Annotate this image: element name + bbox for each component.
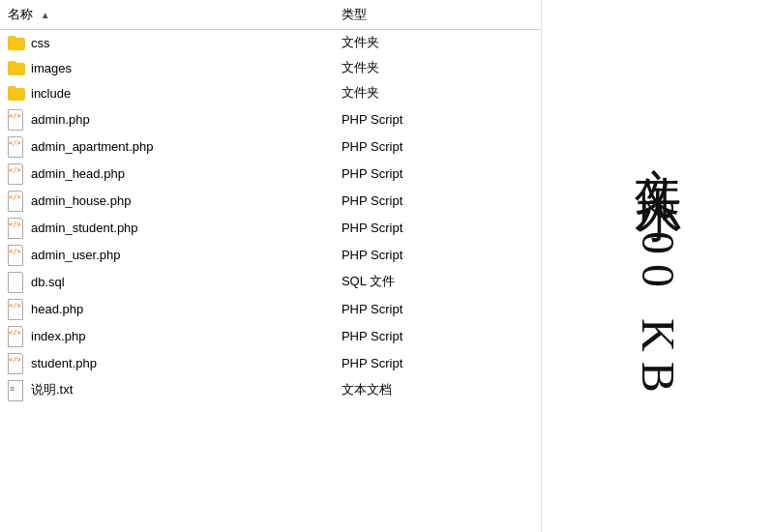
file-name-cell: images: [0, 55, 334, 80]
php-icon: [8, 136, 25, 156]
size-label: 文件大小: [630, 131, 686, 169]
file-name: include: [31, 86, 71, 101]
table-row[interactable]: css文件夹: [0, 30, 541, 56]
file-name-cell: admin_head.php: [0, 160, 334, 187]
sort-arrow-icon: ▲: [41, 10, 50, 20]
file-type-cell: PHP Script: [334, 160, 541, 187]
table-row[interactable]: admin_head.phpPHP Script: [0, 160, 541, 187]
col-header-type[interactable]: 类型: [334, 0, 541, 30]
php-icon: [8, 218, 25, 237]
file-name: admin.php: [31, 112, 90, 127]
php-icon: [8, 109, 25, 129]
file-type-cell: PHP Script: [334, 214, 541, 241]
file-name: images: [31, 61, 72, 75]
php-icon: [8, 326, 25, 345]
file-table: 名称 ▲ 类型 css文件夹images文件夹include文件夹admin.p…: [0, 0, 541, 403]
size-value: 200 KB: [630, 198, 686, 402]
file-name-cell: admin_house.php: [0, 187, 334, 214]
file-type-cell: 文件夹: [334, 30, 541, 56]
file-name: index.php: [31, 329, 85, 343]
file-name: 说明.txt: [31, 381, 73, 399]
table-row[interactable]: admin_house.phpPHP Script: [0, 187, 541, 214]
info-panel: 文件大小 200 KB: [542, 0, 774, 532]
folder-icon: [8, 61, 25, 75]
size-container: 文件大小 200 KB: [630, 131, 686, 402]
file-type-cell: PHP Script: [334, 295, 541, 322]
col-header-name[interactable]: 名称 ▲: [0, 0, 334, 30]
table-row[interactable]: images文件夹: [0, 55, 541, 80]
file-name: admin_student.php: [31, 221, 138, 235]
file-type-cell: PHP Script: [334, 349, 541, 376]
col-type-label: 类型: [342, 7, 367, 21]
table-row[interactable]: head.phpPHP Script: [0, 295, 541, 322]
php-icon: [8, 353, 25, 372]
file-name: admin_apartment.php: [31, 139, 153, 154]
file-name-cell: admin.php: [0, 105, 334, 133]
file-type-cell: 文件夹: [334, 80, 541, 105]
file-name-cell: admin_user.php: [0, 241, 334, 268]
file-name: head.php: [31, 302, 83, 316]
folder-icon: [8, 36, 25, 50]
file-name-cell: index.php: [0, 322, 334, 349]
file-name: admin_head.php: [31, 166, 125, 181]
file-name-cell: student.php: [0, 349, 334, 376]
table-row[interactable]: index.phpPHP Script: [0, 322, 541, 349]
table-row[interactable]: admin.phpPHP Script: [0, 105, 541, 133]
file-type-cell: PHP Script: [334, 322, 541, 349]
table-row[interactable]: admin_apartment.phpPHP Script: [0, 133, 541, 160]
file-name: css: [31, 36, 50, 50]
file-name-cell: db.sql: [0, 268, 334, 295]
file-type-cell: PHP Script: [334, 187, 541, 214]
folder-icon: [8, 86, 25, 101]
file-name-cell: include: [0, 80, 334, 105]
file-list-panel: 名称 ▲ 类型 css文件夹images文件夹include文件夹admin.p…: [0, 0, 542, 532]
file-name-cell: admin_apartment.php: [0, 133, 334, 160]
php-icon: [8, 191, 25, 210]
file-name: student.php: [31, 356, 97, 370]
col-name-label: 名称: [8, 7, 33, 21]
table-row[interactable]: 说明.txt文本文档: [0, 376, 541, 403]
php-icon: [8, 163, 25, 183]
table-row[interactable]: student.phpPHP Script: [0, 349, 541, 376]
table-row[interactable]: admin_student.phpPHP Script: [0, 214, 541, 241]
file-type-cell: 文本文档: [334, 376, 541, 403]
file-name: admin_user.php: [31, 248, 121, 262]
file-name-cell: 说明.txt: [0, 376, 334, 403]
file-type-cell: PHP Script: [334, 105, 541, 133]
file-type-cell: PHP Script: [334, 241, 541, 268]
file-name-cell: css: [0, 30, 334, 56]
sql-icon: [8, 272, 25, 291]
table-row[interactable]: admin_user.phpPHP Script: [0, 241, 541, 268]
file-type-cell: PHP Script: [334, 133, 541, 160]
file-type-cell: 文件夹: [334, 55, 541, 80]
file-name-cell: head.php: [0, 295, 334, 322]
file-name: admin_house.php: [31, 193, 131, 208]
table-row[interactable]: db.sqlSQL 文件: [0, 268, 541, 295]
file-name-cell: admin_student.php: [0, 214, 334, 241]
file-name: db.sql: [31, 275, 65, 289]
txt-icon: [8, 380, 25, 399]
php-icon: [8, 299, 25, 318]
php-icon: [8, 245, 25, 264]
file-type-cell: SQL 文件: [334, 268, 541, 295]
table-row[interactable]: include文件夹: [0, 80, 541, 105]
